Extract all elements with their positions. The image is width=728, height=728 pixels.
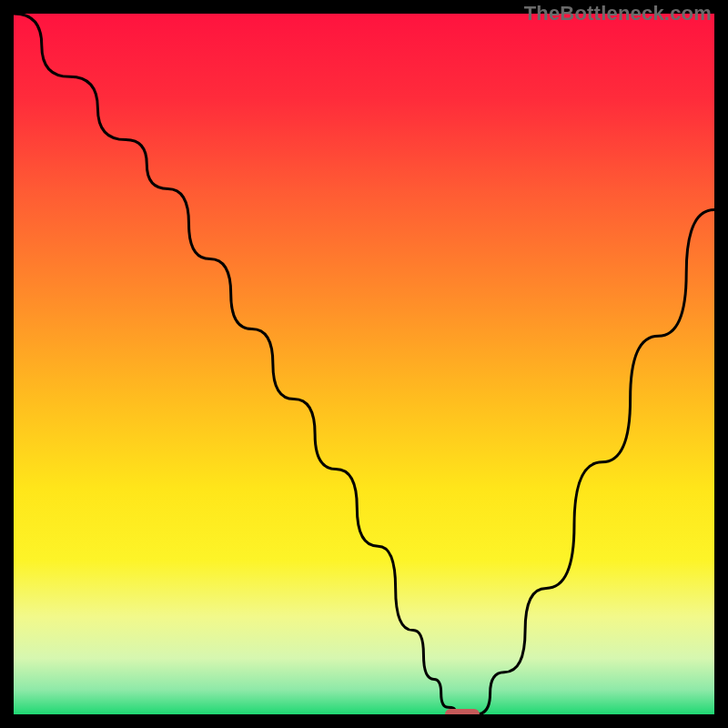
chart-frame: TheBottleneck.com xyxy=(0,0,728,728)
plot-area xyxy=(14,14,714,714)
bottleneck-curve xyxy=(14,14,714,714)
optimal-marker xyxy=(445,709,480,714)
watermark-text: TheBottleneck.com xyxy=(524,2,712,25)
